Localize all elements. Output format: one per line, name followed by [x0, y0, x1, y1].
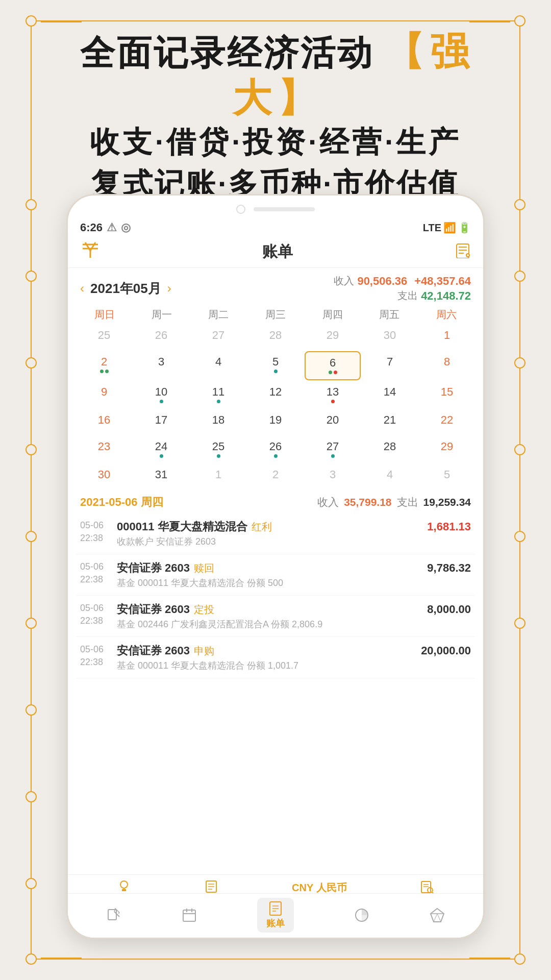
trans-sub-0: 收款帐户 安信证券 2603 [117, 535, 471, 548]
nav-bill-label: 账单 [266, 917, 285, 929]
trans-amount-1: 9,786.32 [427, 561, 471, 575]
cal-day-1[interactable]: 1 [419, 325, 475, 350]
cal-day-28-prev[interactable]: 28 [247, 325, 304, 350]
trans-type-1: 赎回 [194, 562, 214, 574]
cal-day-3[interactable]: 3 [133, 351, 189, 380]
cal-day-8[interactable]: 8 [419, 351, 475, 380]
nav-calendar[interactable] [182, 908, 197, 923]
cal-day-11[interactable]: 11 [190, 381, 246, 408]
trans-time-2: 05-0622:38 [80, 602, 111, 627]
svg-line-37 [437, 914, 441, 922]
transaction-item-2[interactable]: 05-0622:38安信证券 2603定投8,000.00基金 002446 广… [76, 596, 475, 637]
trans-type-2: 定投 [194, 604, 214, 615]
currency-selector[interactable]: CNY 人民币 [292, 881, 346, 895]
cal-day-27-prev[interactable]: 27 [190, 325, 246, 350]
nav-edit[interactable] [106, 908, 121, 923]
cal-day-30-prev[interactable]: 30 [362, 325, 418, 350]
prev-month-button[interactable]: ‹ [80, 281, 84, 296]
trans-name-1: 安信证券 2603 [117, 561, 190, 574]
cal-day-31[interactable]: 31 [133, 464, 189, 489]
cal-day-21[interactable]: 21 [362, 409, 418, 435]
income-label: 收入 [334, 274, 354, 288]
weekday-mon: 周一 [133, 306, 190, 324]
cal-day-5[interactable]: 5 [247, 351, 304, 380]
cal-day-30[interactable]: 30 [76, 464, 132, 489]
trans-name-3: 安信证券 2603 [117, 644, 190, 657]
cal-day-28[interactable]: 28 [362, 436, 418, 463]
cal-day-25-prev[interactable]: 25 [76, 325, 132, 350]
cal-day-17[interactable]: 17 [133, 409, 189, 435]
cal-day-2-next[interactable]: 2 [247, 464, 304, 489]
cal-day-13[interactable]: 13 [305, 381, 361, 408]
network-label: LTE [423, 222, 441, 234]
expense-value: 42,148.72 [421, 289, 471, 303]
daily-summary: 2021-05-06 周四 收入 35,799.18 支出 19,259.34 [68, 489, 483, 513]
cal-day-12[interactable]: 12 [247, 381, 304, 408]
cal-day-19[interactable]: 19 [247, 409, 304, 435]
transaction-item-0[interactable]: 05-0622:38000011 华夏大盘精选混合红利1,681.13收款帐户 … [76, 513, 475, 554]
cal-day-18[interactable]: 18 [190, 409, 246, 435]
cal-day-27[interactable]: 27 [305, 436, 361, 463]
header-section: 全面记录经济活动 【强大】 收支·借贷·投资·经营·生产 复式记账·多币种·市价… [0, 28, 551, 210]
green-dot [105, 370, 109, 373]
app-header: 账单 [68, 236, 483, 268]
cal-day-3-next[interactable]: 3 [305, 464, 361, 489]
bottom-nav: 账单 [68, 893, 483, 938]
header-line1: 全面记录经济活动 【强大】 [41, 28, 510, 121]
net-value: +48,357.64 [414, 275, 471, 288]
cal-day-4-next[interactable]: 4 [362, 464, 418, 489]
svg-marker-34 [431, 909, 444, 922]
transaction-list: 05-0622:38000011 华夏大盘精选混合红利1,681.13收款帐户 … [68, 513, 483, 678]
status-left: 6:26 ⚠ ◎ [80, 221, 131, 234]
cal-day-23[interactable]: 23 [76, 436, 132, 463]
cal-day-29[interactable]: 29 [419, 436, 475, 463]
cal-day-4[interactable]: 4 [190, 351, 246, 380]
cal-day-7[interactable]: 7 [362, 351, 418, 380]
green-dot [329, 371, 332, 374]
calendar: 周日 周一 周二 周三 周四 周五 周六 2526272829301234567… [68, 306, 483, 489]
header-line2: 收支·借贷·投资·经营·生产 [41, 121, 510, 162]
trans-sub-1: 基金 000011 华夏大盘精选混合 份额 500 [117, 577, 471, 589]
teal-dot [217, 454, 220, 458]
weekday-sun: 周日 [76, 306, 133, 324]
cal-day-25[interactable]: 25 [190, 436, 246, 463]
cal-day-26[interactable]: 26 [247, 436, 304, 463]
calendar-header: 周日 周一 周二 周三 周四 周五 周六 [76, 306, 475, 324]
daily-income-label: 收入 [317, 495, 339, 509]
cal-day-15[interactable]: 15 [419, 381, 475, 408]
teal-dot [274, 454, 278, 458]
nav-chart[interactable] [354, 908, 369, 923]
nav-diamond[interactable] [430, 908, 445, 923]
cal-day-14[interactable]: 14 [362, 381, 418, 408]
phone-speaker [254, 207, 315, 211]
daily-expense-val: 19,259.34 [423, 496, 471, 508]
cal-day-5-next[interactable]: 5 [419, 464, 475, 489]
next-month-button[interactable]: › [167, 281, 171, 296]
cal-day-26-prev[interactable]: 26 [133, 325, 189, 350]
transaction-item-1[interactable]: 05-0622:38安信证券 2603赎回9,786.32基金 000011 华… [76, 554, 475, 596]
status-time: 6:26 [80, 221, 103, 234]
cal-day-9[interactable]: 9 [76, 381, 132, 408]
transaction-item-3[interactable]: 05-0622:38安信证券 2603申购20,000.00基金 000011 … [76, 637, 475, 678]
cal-day-1-next[interactable]: 1 [190, 464, 246, 489]
cal-day-10[interactable]: 10 [133, 381, 189, 408]
month-navigator: ‹ 2021年05月 › 收入 90,506.36 +48,357.64 支出 … [68, 268, 483, 306]
nav-bill[interactable]: 账单 [257, 898, 294, 933]
svg-rect-23 [108, 910, 116, 920]
teal-dot [331, 454, 335, 458]
svg-rect-25 [183, 910, 195, 921]
edit-icon[interactable] [455, 242, 471, 262]
battery-icon: 🔋 [458, 222, 471, 234]
cal-day-24[interactable]: 24 [133, 436, 189, 463]
trans-time-1: 05-0622:38 [80, 560, 111, 586]
app-logo [80, 240, 101, 263]
cal-day-20[interactable]: 20 [305, 409, 361, 435]
svg-line-36 [434, 914, 437, 922]
daily-income-val: 35,799.18 [344, 496, 391, 508]
cal-day-22[interactable]: 22 [419, 409, 475, 435]
cal-day-2[interactable]: 2 [76, 351, 132, 380]
phone-notch [68, 195, 483, 219]
cal-day-16[interactable]: 16 [76, 409, 132, 435]
cal-day-6[interactable]: 6 [305, 351, 361, 380]
cal-day-29-prev[interactable]: 29 [305, 325, 361, 350]
